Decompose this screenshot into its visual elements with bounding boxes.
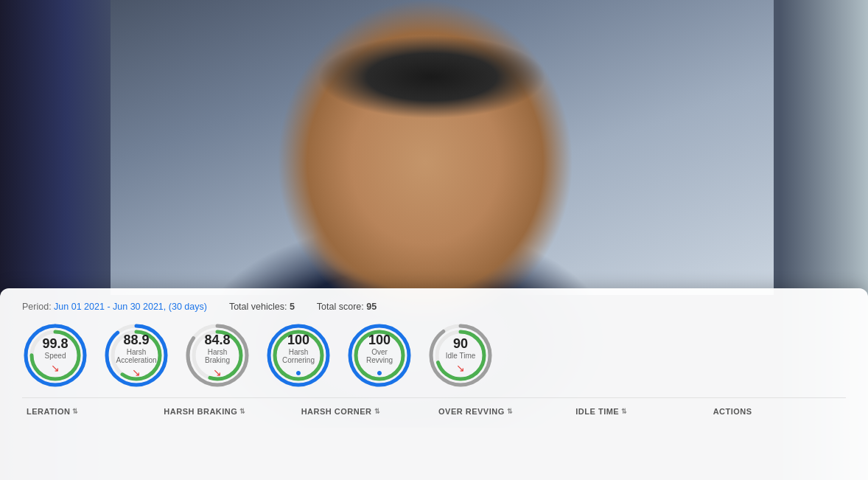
gauge-label-idle-time: Idle Time <box>446 352 476 360</box>
gauge-center-harsh-braking: 84.8 Harsh Braking ↘ <box>201 333 234 378</box>
total-vehicles-value: 5 <box>290 302 295 312</box>
gauge-harsh-acceleration: 88.9 Harsh Acceleration ↘ <box>103 322 169 389</box>
dashboard-panel: Period: Jun 01 2021 - Jun 30 2021, (30 d… <box>0 288 868 480</box>
gauge-center-harsh-acceleration: 88.9 Harsh Acceleration ↘ <box>116 333 156 378</box>
col-label-over-revving: OVER REVVING <box>438 407 505 416</box>
gauge-label-harsh-acceleration: Harsh Acceleration <box>116 348 156 364</box>
trend-indicator-harsh-braking: ↘ <box>213 366 222 378</box>
table-col-over-revving[interactable]: OVER REVVING ⇅ <box>434 404 571 419</box>
gauge-wrapper-harsh-acceleration: 88.9 Harsh Acceleration ↘ <box>103 322 169 389</box>
col-label-acceleration: LERATION <box>27 407 70 416</box>
sort-icon-harsh-braking: ⇅ <box>239 408 246 415</box>
gauges-row: 99.8 Speed ↘ 88.9 Ha <box>22 322 846 397</box>
gauge-value-harsh-braking: 84.8 <box>204 333 230 347</box>
total-score-section: Total score: 95 <box>317 302 377 312</box>
gauge-label-harsh-cornering: Harsh Cornering <box>282 348 315 364</box>
gauge-harsh-braking: 84.8 Harsh Braking ↘ <box>184 322 251 389</box>
trend-indicator-harsh-cornering: ● <box>295 366 301 378</box>
gauge-label-over-revving: Over Revving <box>363 348 396 364</box>
trend-indicator-over-revving: ● <box>377 366 382 378</box>
table-col-idle-time[interactable]: IDLE TIME ⇅ <box>571 404 708 419</box>
gauge-value-idle-time: 90 <box>453 337 468 350</box>
table-col-harsh-corner[interactable]: HARSH CORNER ⇅ <box>297 404 434 419</box>
gauge-value-speed: 99.8 <box>42 337 68 350</box>
sort-icon-over-revving: ⇅ <box>507 408 514 415</box>
table-col-acceleration[interactable]: LERATION ⇅ <box>22 404 159 419</box>
period-value: Jun 01 2021 - Jun 30 2021, (30 days) <box>54 302 207 312</box>
col-label-harsh-braking: HARSH BRAKING <box>164 407 237 416</box>
period-section: Period: Jun 01 2021 - Jun 30 2021, (30 d… <box>22 302 207 312</box>
total-score-label: Total score: <box>317 302 364 312</box>
total-vehicles-section: Total vehicles: 5 <box>229 302 295 312</box>
table-col-harsh-braking[interactable]: HARSH BRAKING ⇅ <box>159 404 296 419</box>
gauge-wrapper-idle-time: 90 Idle Time ↘ <box>427 322 494 389</box>
sort-icon-idle-time: ⇅ <box>621 408 628 415</box>
gauge-value-over-revving: 100 <box>368 333 391 347</box>
gauge-value-harsh-acceleration: 88.9 <box>123 333 149 347</box>
gauge-wrapper-over-revving: 100 Over Revving ● <box>346 322 413 389</box>
sort-icon-acceleration: ⇅ <box>72 408 79 415</box>
gauge-harsh-cornering: 100 Harsh Cornering ● <box>265 322 332 389</box>
gauge-over-revving: 100 Over Revving ● <box>346 322 413 389</box>
gauge-label-harsh-braking: Harsh Braking <box>201 348 234 364</box>
trend-indicator-speed: ↘ <box>51 362 60 374</box>
col-label-actions: ACTIONS <box>713 407 752 416</box>
col-label-idle-time: IDLE TIME <box>575 407 619 416</box>
total-score-value: 95 <box>366 302 377 312</box>
table-col-actions: ACTIONS <box>709 404 846 419</box>
table-header-row: LERATION ⇅ HARSH BRAKING ⇅ HARSH CORNER … <box>22 397 846 419</box>
trend-indicator-harsh-acceleration: ↘ <box>132 366 141 378</box>
gauge-idle-time: 90 Idle Time ↘ <box>427 322 494 389</box>
gauge-speed: 99.8 Speed ↘ <box>22 322 88 389</box>
gauge-value-harsh-cornering: 100 <box>287 333 309 347</box>
sort-icon-harsh-corner: ⇅ <box>374 408 381 415</box>
trend-indicator-idle-time: ↘ <box>456 362 465 374</box>
gauge-center-harsh-cornering: 100 Harsh Cornering ● <box>282 333 315 378</box>
dashboard-header: Period: Jun 01 2021 - Jun 30 2021, (30 d… <box>22 302 846 312</box>
gauge-label-speed: Speed <box>45 352 66 360</box>
gauge-center-idle-time: 90 Idle Time ↘ <box>446 337 476 374</box>
col-label-harsh-corner: HARSH CORNER <box>301 407 372 416</box>
gauge-wrapper-harsh-braking: 84.8 Harsh Braking ↘ <box>184 322 251 389</box>
gauge-wrapper-harsh-cornering: 100 Harsh Cornering ● <box>265 322 332 389</box>
period-label: Period: <box>22 302 52 312</box>
gauge-wrapper-speed: 99.8 Speed ↘ <box>22 322 88 389</box>
gauge-center-speed: 99.8 Speed ↘ <box>42 337 68 374</box>
gauge-center-over-revving: 100 Over Revving ● <box>363 333 396 378</box>
total-vehicles-label: Total vehicles: <box>229 302 287 312</box>
